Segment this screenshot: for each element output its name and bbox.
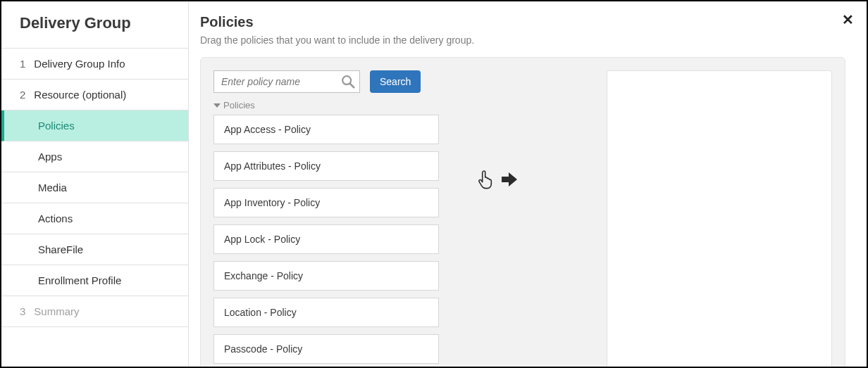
step-summary[interactable]: 3 Summary	[1, 296, 188, 327]
workarea: Search Policies App Access - Policy App …	[200, 57, 845, 368]
policy-list: App Access - Policy App Attributes - Pol…	[213, 115, 439, 368]
substep-sharefile[interactable]: ShareFile	[1, 234, 188, 265]
policy-item[interactable]: App Access - Policy	[213, 115, 439, 144]
close-icon[interactable]: ✕	[842, 11, 854, 28]
drag-hint	[478, 169, 519, 190]
search-icon[interactable]	[340, 74, 356, 89]
sidebar-title: Delivery Group	[20, 14, 170, 32]
policies-toggle[interactable]: Policies	[213, 100, 439, 110]
arrow-right-icon	[500, 172, 519, 187]
step-resource[interactable]: 2 Resource (optional)	[1, 80, 188, 110]
main-panel: ✕ Policies Drag the policies that you wa…	[189, 1, 867, 367]
policy-item[interactable]: Exchange - Policy	[213, 261, 439, 291]
policy-item[interactable]: App Inventory - Policy	[213, 188, 439, 217]
caret-down-icon	[213, 103, 221, 108]
substep-apps[interactable]: Apps	[1, 141, 188, 172]
substep-enrollment-profile[interactable]: Enrollment Profile	[1, 265, 188, 296]
sidebar: Delivery Group 1 Delivery Group Info 2 R…	[1, 1, 189, 367]
page-subtitle: Drag the policies that you want to inclu…	[200, 34, 845, 46]
policy-item[interactable]: App Attributes - Policy	[213, 151, 439, 181]
search-input[interactable]	[213, 70, 360, 93]
policies-source-column: Search Policies App Access - Policy App …	[213, 70, 439, 368]
policies-dropzone[interactable]	[607, 70, 832, 368]
policy-item[interactable]: App Lock - Policy	[213, 224, 439, 254]
policy-item[interactable]: Location - Policy	[213, 298, 439, 327]
substep-policies[interactable]: Policies	[1, 110, 188, 141]
substep-actions[interactable]: Actions	[1, 203, 188, 234]
page-title: Policies	[200, 14, 845, 30]
policy-item[interactable]: Passcode - Policy	[213, 334, 439, 364]
hand-pointer-icon	[478, 169, 496, 190]
sidebar-header: Delivery Group	[1, 1, 188, 49]
svg-line-1	[350, 84, 354, 88]
search-button[interactable]: Search	[370, 70, 421, 93]
step-delivery-group-info[interactable]: 1 Delivery Group Info	[1, 49, 188, 80]
substep-media[interactable]: Media	[1, 172, 188, 203]
